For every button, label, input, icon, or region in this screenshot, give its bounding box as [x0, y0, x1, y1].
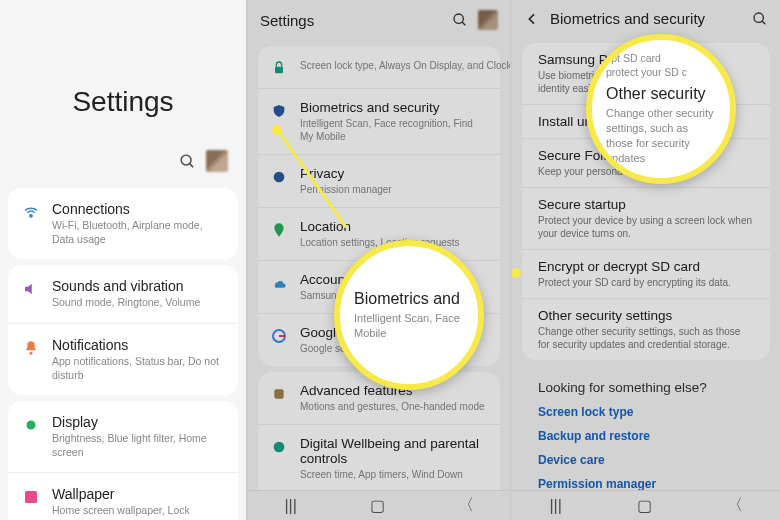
shield-icon [270, 102, 288, 120]
settings-item-lockscreen[interactable]: Screen lock type, Always On Display, and… [258, 46, 500, 89]
svg-rect-9 [275, 67, 283, 74]
settings-item-wallpaper[interactable]: WallpaperHome screen wallpaper, Lock scr… [8, 473, 238, 520]
home-button[interactable]: ▢ [370, 496, 385, 515]
svg-point-7 [454, 14, 463, 23]
android-navbar: ||| ▢ 〈 [512, 490, 780, 520]
page-title: Settings [0, 0, 246, 118]
magnifier-callout: Biometrics and Intelligent Scan, FaceMob… [334, 240, 484, 390]
svg-line-16 [762, 21, 765, 24]
svg-line-8 [462, 22, 465, 25]
settings-item-display[interactable]: DisplayBrightness, Blue light filter, Ho… [8, 401, 238, 473]
svg-point-10 [274, 172, 285, 183]
settings-item-wellbeing[interactable]: Digital Wellbeing and parental controlsS… [258, 425, 500, 493]
item-sub: Wi-Fi, Bluetooth, Airplane mode, Data us… [52, 219, 224, 246]
item-secure-startup[interactable]: Secure startupProtect your device by usi… [522, 188, 770, 250]
link-screenlock[interactable]: Screen lock type [538, 405, 754, 419]
home-button[interactable]: ▢ [637, 496, 652, 515]
item-encrypt[interactable]: Encrypt or decrypt SD cardProtect your S… [522, 250, 770, 299]
cloud-icon [270, 274, 288, 292]
sound-icon [22, 280, 40, 298]
callout-dot [512, 268, 521, 278]
back-icon[interactable] [524, 11, 540, 27]
location-icon [270, 221, 288, 239]
svg-point-15 [754, 13, 763, 22]
link-permission[interactable]: Permission manager [538, 477, 754, 491]
link-devicecare[interactable]: Device care [538, 453, 754, 467]
wellbeing-icon [270, 438, 288, 456]
svg-point-4 [27, 421, 36, 430]
svg-point-3 [30, 352, 33, 355]
wallpaper-icon [22, 488, 40, 506]
svg-line-1 [190, 163, 194, 167]
magnifier-callout: ypt SD cardprotect your SD c Other secur… [586, 34, 736, 184]
settings-item-notifications[interactable]: NotificationsApp notifications, Status b… [8, 324, 238, 395]
privacy-icon [270, 168, 288, 186]
recents-button[interactable]: ||| [549, 497, 561, 515]
back-button[interactable]: 〈 [458, 495, 474, 516]
page-title: Biometrics and security [550, 10, 705, 27]
search-icon[interactable] [452, 12, 468, 28]
display-icon [22, 416, 40, 434]
wifi-icon [22, 203, 40, 221]
svg-point-2 [30, 215, 32, 217]
android-navbar: ||| ▢ 〈 [248, 490, 510, 520]
svg-rect-5 [25, 491, 37, 503]
profile-avatar[interactable] [478, 10, 498, 30]
profile-avatar[interactable] [206, 150, 228, 172]
svg-point-0 [181, 155, 191, 165]
page-title: Settings [260, 12, 314, 29]
bell-icon [22, 339, 40, 357]
search-icon[interactable] [752, 11, 768, 27]
search-icon[interactable] [179, 153, 196, 170]
settings-item-biometrics[interactable]: Biometrics and securityIntelligent Scan,… [258, 89, 500, 155]
svg-point-13 [274, 442, 285, 453]
link-backup[interactable]: Backup and restore [538, 429, 754, 443]
svg-rect-12 [274, 389, 283, 398]
recents-button[interactable]: ||| [284, 497, 296, 515]
item-title: Connections [52, 201, 224, 217]
settings-item-sounds[interactable]: Sounds and vibrationSound mode, Ringtone… [8, 265, 238, 324]
back-button[interactable]: 〈 [727, 495, 743, 516]
settings-item-connections[interactable]: ConnectionsWi-Fi, Bluetooth, Airplane mo… [8, 188, 238, 259]
google-icon [270, 327, 288, 345]
settings-item-privacy[interactable]: PrivacyPermission manager [258, 155, 500, 208]
item-other-security[interactable]: Other security settingsChange other secu… [522, 299, 770, 360]
callout-dot [272, 125, 282, 135]
lock-icon [270, 59, 288, 77]
advanced-icon [270, 385, 288, 403]
